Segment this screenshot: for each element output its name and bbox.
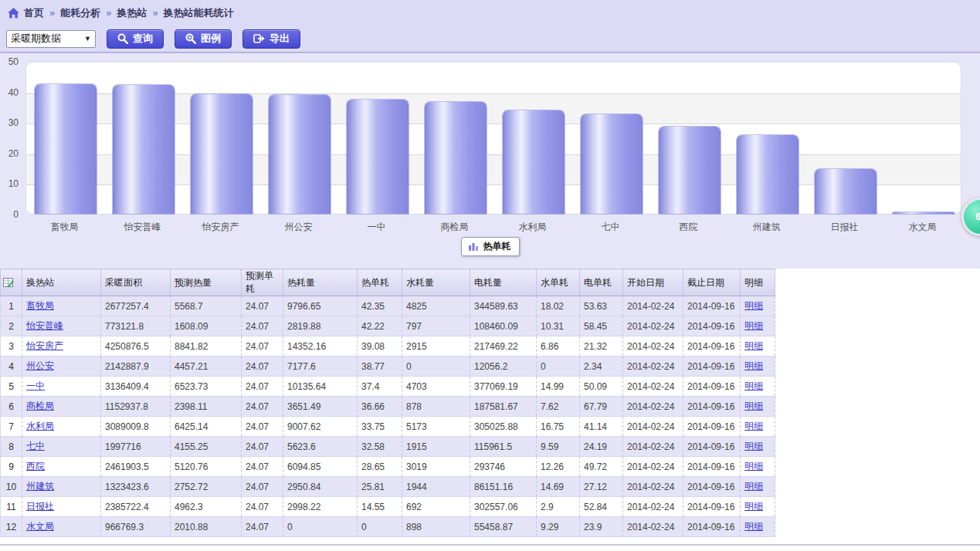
station-link[interactable]: 七中	[26, 441, 45, 451]
column-header[interactable]: 换热站	[22, 269, 101, 296]
table-select-header[interactable]	[1, 269, 22, 296]
station-link[interactable]: 水文局	[26, 521, 54, 532]
chart-bar[interactable]	[191, 94, 253, 214]
station-cell: 七中	[22, 437, 101, 457]
detail-link[interactable]: 明细	[744, 320, 763, 331]
column-header[interactable]: 热耗量	[283, 269, 358, 296]
table-row[interactable]: 8七中19977164155.2524.075623.632.581915115…	[1, 437, 775, 457]
chart-bar[interactable]	[659, 127, 721, 214]
data-cell: 9.29	[537, 517, 580, 537]
station-link[interactable]: 怡安普峰	[26, 320, 63, 331]
legend-button[interactable]: 图例	[175, 29, 232, 49]
data-cell: 24.07	[242, 517, 283, 537]
data-cell: 2752.72	[171, 477, 242, 497]
column-header[interactable]: 水耗量	[402, 269, 470, 296]
data-cell: 4250876.5	[101, 336, 171, 357]
data-cell: 2014-02-24	[623, 417, 683, 437]
table-row[interactable]: 5一中3136409.46523.7324.0710135.6437.44703…	[1, 377, 775, 397]
column-header[interactable]: 明细	[741, 269, 775, 296]
table-row[interactable]: 7水利局3089009.86425.1424.079007.6233.75517…	[1, 417, 775, 437]
chart-legend[interactable]: 热单耗	[461, 237, 520, 256]
home-icon[interactable]	[8, 8, 19, 19]
detail-link[interactable]: 明细	[744, 340, 763, 351]
detail-link[interactable]: 明细	[744, 461, 763, 472]
station-link[interactable]: 日报社	[26, 501, 54, 512]
detail-link[interactable]: 明细	[744, 481, 763, 492]
data-cell: 2014-02-24	[623, 316, 683, 336]
chart-bar[interactable]	[581, 114, 643, 214]
column-header[interactable]: 水单耗	[537, 269, 580, 296]
column-header[interactable]: 采暖面积	[101, 269, 171, 296]
station-link[interactable]: 州公安	[26, 360, 54, 371]
breadcrumb-item-energy-analysis[interactable]: 能耗分析	[60, 6, 100, 20]
chart-bar[interactable]	[269, 95, 331, 214]
column-header[interactable]: 电单耗	[580, 269, 623, 296]
table-row[interactable]: 9西院2461903.55120.7624.076094.8528.653019…	[1, 457, 775, 477]
data-cell: 24.07	[242, 497, 283, 517]
detail-cell: 明细	[741, 517, 775, 537]
chart-x-axis-labels: 畜牧局怡安普峰怡安房产州公安一中商检局水利局七中西院州建筑日报社水文局	[25, 221, 961, 234]
chart-bar[interactable]	[113, 85, 175, 214]
chart-bar[interactable]	[425, 102, 487, 214]
data-cell: 878	[402, 397, 470, 417]
chart-bar[interactable]	[737, 135, 799, 214]
data-cell: 5623.6	[283, 437, 358, 457]
chart-bar[interactable]	[35, 84, 97, 214]
column-header[interactable]: 预测热量	[171, 269, 242, 296]
detail-link[interactable]: 明细	[744, 380, 763, 391]
refresh-countdown-value: 60	[975, 211, 980, 222]
detail-link[interactable]: 明细	[744, 441, 763, 451]
station-link[interactable]: 商检局	[26, 401, 54, 411]
station-link[interactable]: 怡安房产	[26, 340, 63, 351]
detail-link[interactable]: 明细	[744, 521, 763, 532]
export-icon	[253, 33, 265, 44]
table-row[interactable]: 2怡安普峰773121.81608.0924.072819.8842.22797…	[1, 316, 775, 336]
table-row[interactable]: 4州公安2142887.94457.2124.077177.638.770120…	[1, 357, 775, 377]
column-header[interactable]: 电耗量	[470, 269, 537, 296]
refresh-countdown-badge[interactable]: 60	[961, 198, 980, 236]
breadcrumb-home[interactable]: 首页	[24, 6, 44, 20]
station-link[interactable]: 州建筑	[26, 481, 54, 492]
query-button[interactable]: 查询	[107, 29, 164, 49]
export-button[interactable]: 导出	[242, 29, 300, 49]
detail-cell: 明细	[741, 417, 775, 437]
chart-bar[interactable]	[347, 100, 409, 214]
column-header[interactable]: 开始日期	[623, 269, 683, 296]
data-cell: 2398.11	[171, 397, 242, 417]
table-row[interactable]: 6商检局1152937.82398.1124.073651.4936.66878…	[1, 397, 775, 417]
detail-link[interactable]: 明细	[744, 360, 763, 371]
data-cell: 4457.21	[171, 357, 242, 377]
detail-link[interactable]: 明细	[744, 401, 763, 411]
chart-bar[interactable]	[815, 169, 877, 214]
chart-bar[interactable]	[893, 212, 955, 214]
data-cell: 42.22	[358, 316, 402, 336]
data-cell: 16.75	[537, 417, 580, 437]
data-cell: 2014-09-16	[683, 397, 741, 417]
table-row[interactable]: 10州建筑1323423.62752.7224.072950.8425.8119…	[1, 477, 775, 497]
station-link[interactable]: 畜牧局	[26, 300, 54, 311]
table-row[interactable]: 11日报社2385722.44962.324.072998.2214.55692…	[1, 497, 775, 517]
row-number-cell: 6	[1, 397, 22, 417]
data-cell: 2014-09-16	[683, 377, 741, 397]
breadcrumb-item-heat-station[interactable]: 换热站	[117, 6, 147, 20]
column-header[interactable]: 热单耗	[358, 269, 402, 296]
x-axis-category-label: 畜牧局	[25, 221, 103, 234]
detail-link[interactable]: 明细	[744, 421, 763, 431]
data-cell: 2014-02-24	[623, 477, 683, 497]
station-cell: 西院	[22, 457, 101, 477]
table-row[interactable]: 12水文局966769.32010.8824.070089855458.879.…	[1, 517, 775, 537]
chart-bar[interactable]	[503, 110, 565, 214]
station-link[interactable]: 西院	[26, 461, 45, 472]
detail-link[interactable]: 明细	[744, 501, 763, 512]
detail-link[interactable]: 明细	[744, 300, 763, 311]
station-link[interactable]: 水利局	[26, 421, 54, 431]
station-cell: 水利局	[22, 417, 101, 437]
table-row[interactable]: 3怡安房产4250876.58841.8224.0714352.1639.082…	[1, 336, 775, 357]
x-axis-category-label: 日报社	[805, 221, 883, 234]
period-select[interactable]: 采暖期数据 ▼	[6, 30, 96, 48]
column-header[interactable]: 截止日期	[683, 269, 741, 296]
y-axis-tick-label: 30	[0, 117, 19, 128]
table-row[interactable]: 1畜牧局2677257.45568.724.079796.6542.354825…	[1, 296, 775, 316]
column-header[interactable]: 预测单耗	[242, 269, 283, 296]
station-link[interactable]: 一中	[26, 380, 45, 391]
